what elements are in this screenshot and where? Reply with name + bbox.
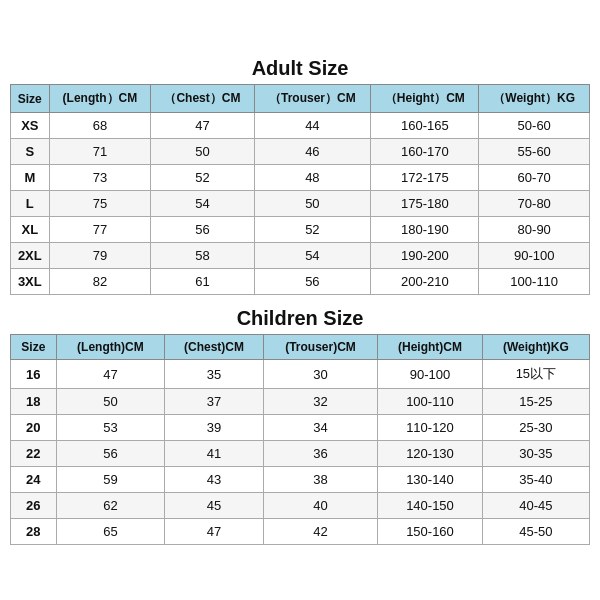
adult-cell-0-2: 47 — [151, 113, 254, 139]
children-cell-3-0: 22 — [11, 441, 57, 467]
adult-cell-2-1: 73 — [49, 165, 151, 191]
adult-cell-2-5: 60-70 — [479, 165, 590, 191]
children-cell-0-2: 35 — [165, 360, 264, 389]
adult-cell-4-5: 80-90 — [479, 217, 590, 243]
adult-cell-4-0: XL — [11, 217, 50, 243]
children-cell-1-3: 32 — [263, 389, 377, 415]
children-table-row: 1647353090-10015以下 — [11, 360, 590, 389]
adult-cell-4-2: 56 — [151, 217, 254, 243]
children-size-table: Size(Length)CM(Chest)CM(Trouser)CM(Heigh… — [10, 334, 590, 545]
children-cell-4-1: 59 — [56, 467, 164, 493]
adult-table-row: XS684744160-16550-60 — [11, 113, 590, 139]
children-cell-4-3: 38 — [263, 467, 377, 493]
children-cell-3-4: 120-130 — [378, 441, 483, 467]
adult-cell-5-3: 54 — [254, 243, 371, 269]
children-cell-5-3: 40 — [263, 493, 377, 519]
children-cell-2-5: 25-30 — [482, 415, 589, 441]
adult-cell-5-0: 2XL — [11, 243, 50, 269]
children-cell-2-1: 53 — [56, 415, 164, 441]
adult-cell-0-3: 44 — [254, 113, 371, 139]
adult-cell-0-5: 50-60 — [479, 113, 590, 139]
children-table-row: 20533934110-12025-30 — [11, 415, 590, 441]
children-cell-3-2: 41 — [165, 441, 264, 467]
children-cell-0-1: 47 — [56, 360, 164, 389]
adult-cell-5-4: 190-200 — [371, 243, 479, 269]
children-cell-5-1: 62 — [56, 493, 164, 519]
adult-cell-3-4: 175-180 — [371, 191, 479, 217]
adult-cell-6-4: 200-210 — [371, 269, 479, 295]
adult-cell-2-3: 48 — [254, 165, 371, 191]
children-cell-6-2: 47 — [165, 519, 264, 545]
adult-cell-1-0: S — [11, 139, 50, 165]
adult-header-row: Size(Length）CM（Chest）CM（Trouser）CM（Heigh… — [11, 85, 590, 113]
children-cell-4-2: 43 — [165, 467, 264, 493]
children-header-cell-2: (Chest)CM — [165, 335, 264, 360]
adult-cell-6-0: 3XL — [11, 269, 50, 295]
children-table-header: Size(Length)CM(Chest)CM(Trouser)CM(Heigh… — [11, 335, 590, 360]
children-cell-0-5: 15以下 — [482, 360, 589, 389]
children-header-cell-3: (Trouser)CM — [263, 335, 377, 360]
adult-cell-1-1: 71 — [49, 139, 151, 165]
children-cell-5-5: 40-45 — [482, 493, 589, 519]
adult-cell-6-2: 61 — [151, 269, 254, 295]
adult-cell-1-2: 50 — [151, 139, 254, 165]
adult-cell-6-5: 100-110 — [479, 269, 590, 295]
children-cell-0-0: 16 — [11, 360, 57, 389]
children-cell-4-4: 130-140 — [378, 467, 483, 493]
adult-cell-2-4: 172-175 — [371, 165, 479, 191]
adult-cell-3-3: 50 — [254, 191, 371, 217]
children-cell-1-1: 50 — [56, 389, 164, 415]
children-cell-2-0: 20 — [11, 415, 57, 441]
adult-cell-0-1: 68 — [49, 113, 151, 139]
adult-cell-4-1: 77 — [49, 217, 151, 243]
adult-header-cell-4: （Height）CM — [371, 85, 479, 113]
children-table-row: 26624540140-15040-45 — [11, 493, 590, 519]
children-cell-5-4: 140-150 — [378, 493, 483, 519]
children-cell-3-3: 36 — [263, 441, 377, 467]
adult-cell-3-1: 75 — [49, 191, 151, 217]
children-header-row: Size(Length)CM(Chest)CM(Trouser)CM(Heigh… — [11, 335, 590, 360]
children-cell-6-5: 45-50 — [482, 519, 589, 545]
children-cell-6-3: 42 — [263, 519, 377, 545]
children-header-cell-5: (Weight)KG — [482, 335, 589, 360]
children-cell-1-4: 100-110 — [378, 389, 483, 415]
adult-cell-5-1: 79 — [49, 243, 151, 269]
adult-cell-6-1: 82 — [49, 269, 151, 295]
adult-cell-4-3: 52 — [254, 217, 371, 243]
children-table-row: 24594338130-14035-40 — [11, 467, 590, 493]
children-cell-2-2: 39 — [165, 415, 264, 441]
adult-table-row: 2XL795854190-20090-100 — [11, 243, 590, 269]
adult-table-row: L755450175-18070-80 — [11, 191, 590, 217]
children-header-cell-0: Size — [11, 335, 57, 360]
adult-table-row: 3XL826156200-210100-110 — [11, 269, 590, 295]
adult-header-cell-1: (Length）CM — [49, 85, 151, 113]
children-title: Children Size — [10, 301, 590, 334]
children-cell-6-1: 65 — [56, 519, 164, 545]
adult-cell-6-3: 56 — [254, 269, 371, 295]
adult-header-cell-2: （Chest）CM — [151, 85, 254, 113]
children-cell-1-2: 37 — [165, 389, 264, 415]
children-header-cell-4: (Height)CM — [378, 335, 483, 360]
children-table-row: 22564136120-13030-35 — [11, 441, 590, 467]
adult-cell-4-4: 180-190 — [371, 217, 479, 243]
children-cell-6-0: 28 — [11, 519, 57, 545]
adult-table-header: Size(Length）CM（Chest）CM（Trouser）CM（Heigh… — [11, 85, 590, 113]
adult-cell-3-0: L — [11, 191, 50, 217]
children-header-cell-1: (Length)CM — [56, 335, 164, 360]
children-table-row: 28654742150-16045-50 — [11, 519, 590, 545]
adult-cell-0-0: XS — [11, 113, 50, 139]
children-table-body: 1647353090-10015以下18503732100-11015-2520… — [11, 360, 590, 545]
adult-cell-0-4: 160-165 — [371, 113, 479, 139]
adult-cell-1-3: 46 — [254, 139, 371, 165]
children-cell-3-5: 30-35 — [482, 441, 589, 467]
children-cell-6-4: 150-160 — [378, 519, 483, 545]
adult-cell-5-2: 58 — [151, 243, 254, 269]
children-table-row: 18503732100-11015-25 — [11, 389, 590, 415]
adult-title: Adult Size — [10, 51, 590, 84]
children-cell-0-4: 90-100 — [378, 360, 483, 389]
adult-header-cell-3: （Trouser）CM — [254, 85, 371, 113]
adult-cell-1-4: 160-170 — [371, 139, 479, 165]
children-cell-1-5: 15-25 — [482, 389, 589, 415]
adult-cell-2-0: M — [11, 165, 50, 191]
children-cell-5-2: 45 — [165, 493, 264, 519]
